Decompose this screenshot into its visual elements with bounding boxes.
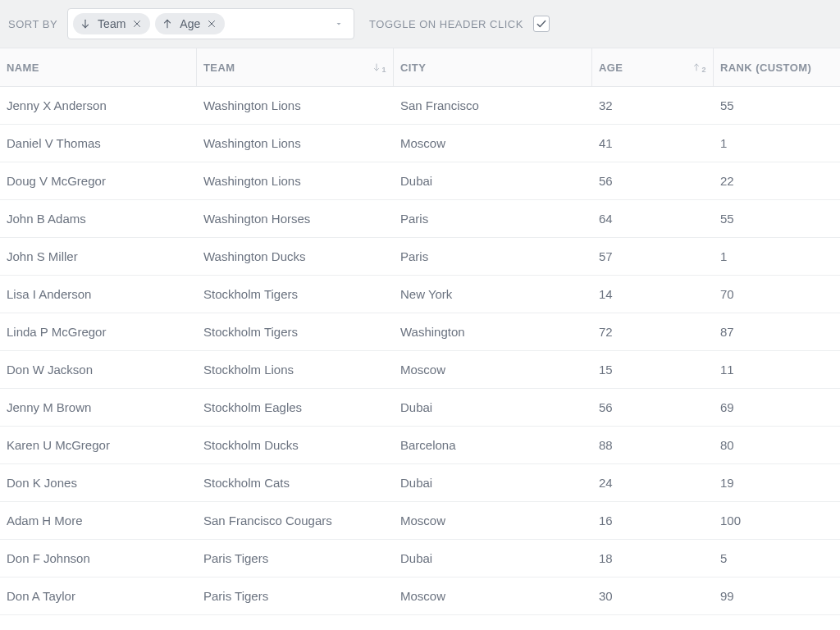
- sort-chip-label: Age: [180, 17, 200, 30]
- cell-city: Dubai: [394, 400, 592, 414]
- column-header-label: RANK (CUSTOM): [720, 62, 811, 74]
- column-header-label: AGE: [599, 62, 623, 74]
- cell-age: 88: [592, 438, 714, 452]
- caret-down-icon[interactable]: [329, 14, 349, 34]
- sort-indicator: 2: [692, 62, 706, 72]
- cell-team: Stockholm Tigers: [197, 287, 394, 301]
- cell-rank: 100: [714, 514, 838, 527]
- table-row[interactable]: John B AdamsWashington HorsesParis6455: [0, 200, 840, 238]
- cell-city: Moscow: [394, 136, 592, 150]
- cell-team: Washington Ducks: [197, 249, 394, 263]
- cell-rank: 69: [714, 400, 838, 414]
- cell-rank: 70: [714, 287, 838, 301]
- cell-team: Washington Lions: [197, 136, 394, 150]
- svg-line-5: [209, 21, 215, 27]
- column-header-label: CITY: [400, 62, 426, 74]
- remove-chip-button[interactable]: [205, 17, 218, 30]
- cell-city: Paris: [394, 249, 592, 263]
- cell-team: Stockholm Tigers: [197, 325, 394, 339]
- cell-age: 64: [592, 212, 714, 226]
- cell-team: Washington Horses: [197, 212, 394, 226]
- cell-name: Don K Jones: [0, 476, 197, 490]
- cell-age: 72: [592, 325, 714, 339]
- table-row[interactable]: Don A TaylorParis TigersMoscow3099: [0, 578, 840, 615]
- table-row[interactable]: Karen U McGregorStockholm DucksBarcelona…: [0, 427, 840, 464]
- table-row[interactable]: Doug V McGregorWashington LionsDubai5622: [0, 162, 840, 200]
- table-body: Jenny X AndersonWashington LionsSan Fran…: [0, 87, 840, 615]
- cell-age: 24: [592, 476, 714, 490]
- cell-team: Washington Lions: [197, 98, 394, 112]
- sort-order-number: 2: [702, 66, 706, 74]
- arrow-up-icon: [692, 62, 701, 72]
- column-header-name[interactable]: NAME: [0, 48, 197, 86]
- cell-name: Doug V McGregor: [0, 174, 197, 188]
- cell-age: 57: [592, 249, 714, 263]
- cell-rank: 22: [714, 174, 838, 188]
- cell-age: 15: [592, 363, 714, 377]
- arrow-down-icon: [78, 16, 93, 31]
- table-row[interactable]: Adam H MoreSan Francisco CougarsMoscow16…: [0, 502, 840, 540]
- cell-rank: 99: [714, 589, 838, 603]
- sort-order-number: 1: [382, 66, 386, 74]
- sort-select[interactable]: Team Age: [67, 8, 354, 39]
- sort-toolbar: SORT BY Team Age TOGGLE ON HEADER CLIC: [0, 0, 840, 48]
- table-row[interactable]: Jenny M BrownStockholm EaglesDubai5669: [0, 389, 840, 427]
- cell-city: Paris: [394, 212, 592, 226]
- sort-indicator: 1: [372, 62, 386, 72]
- cell-city: Moscow: [394, 514, 592, 527]
- column-header-rank[interactable]: RANK (CUSTOM): [714, 48, 838, 86]
- cell-team: Stockholm Cats: [197, 476, 394, 490]
- column-header-team[interactable]: TEAM 1: [197, 48, 394, 86]
- cell-city: Dubai: [394, 174, 592, 188]
- cell-rank: 5: [714, 551, 838, 565]
- table-row[interactable]: Don W JacksonStockholm LionsMoscow1511: [0, 351, 840, 389]
- sort-chip-age[interactable]: Age: [155, 13, 225, 34]
- cell-city: New York: [394, 287, 592, 301]
- cell-name: Karen U McGregor: [0, 438, 197, 452]
- cell-age: 14: [592, 287, 714, 301]
- cell-age: 16: [592, 514, 714, 527]
- column-header-label: TEAM: [203, 62, 235, 74]
- cell-name: Don F Johnson: [0, 551, 197, 565]
- cell-name: Jenny X Anderson: [0, 98, 197, 112]
- data-table: NAME TEAM 1 CITY AGE 2 RANK (CUSTOM) Jen…: [0, 48, 840, 615]
- cell-age: 56: [592, 174, 714, 188]
- svg-line-2: [135, 21, 140, 27]
- column-header-age[interactable]: AGE 2: [592, 48, 714, 86]
- cell-team: Paris Tigers: [197, 551, 394, 565]
- cell-age: 18: [592, 551, 714, 565]
- cell-city: San Francisco: [394, 98, 592, 112]
- cell-age: 41: [592, 136, 714, 150]
- toggle-header-click-checkbox[interactable]: [533, 16, 550, 32]
- cell-team: Stockholm Eagles: [197, 400, 394, 414]
- cell-team: Stockholm Lions: [197, 363, 394, 377]
- cell-name: Lisa I Anderson: [0, 287, 197, 301]
- arrow-up-icon: [160, 16, 175, 31]
- cell-age: 32: [592, 98, 714, 112]
- table-row[interactable]: Daniel V ThomasWashington LionsMoscow411: [0, 125, 840, 162]
- toggle-header-click-label: TOGGLE ON HEADER CLICK: [369, 18, 523, 30]
- column-header-city[interactable]: CITY: [394, 48, 592, 86]
- cell-name: John B Adams: [0, 212, 197, 226]
- cell-rank: 87: [714, 325, 838, 339]
- cell-team: Paris Tigers: [197, 589, 394, 603]
- table-row[interactable]: Jenny X AndersonWashington LionsSan Fran…: [0, 87, 840, 125]
- table-row[interactable]: Linda P McGregorStockholm TigersWashingt…: [0, 313, 840, 351]
- cell-name: Don W Jackson: [0, 363, 197, 377]
- column-header-label: NAME: [7, 62, 39, 74]
- cell-rank: 11: [714, 363, 838, 377]
- table-row[interactable]: John S MillerWashington DucksParis571: [0, 238, 840, 276]
- svg-line-4: [209, 21, 215, 27]
- table-row[interactable]: Don F JohnsonParis TigersDubai185: [0, 540, 840, 578]
- sort-chip-team[interactable]: Team: [73, 13, 150, 34]
- cell-rank: 1: [714, 136, 838, 150]
- remove-chip-button[interactable]: [130, 17, 144, 30]
- cell-age: 56: [592, 400, 714, 414]
- cell-rank: 55: [714, 98, 838, 112]
- cell-age: 30: [592, 589, 714, 603]
- cell-name: Daniel V Thomas: [0, 136, 197, 150]
- cell-name: Linda P McGregor: [0, 325, 197, 339]
- cell-rank: 55: [714, 212, 838, 226]
- table-row[interactable]: Lisa I AndersonStockholm TigersNew York1…: [0, 276, 840, 313]
- table-row[interactable]: Don K JonesStockholm CatsDubai2419: [0, 464, 840, 502]
